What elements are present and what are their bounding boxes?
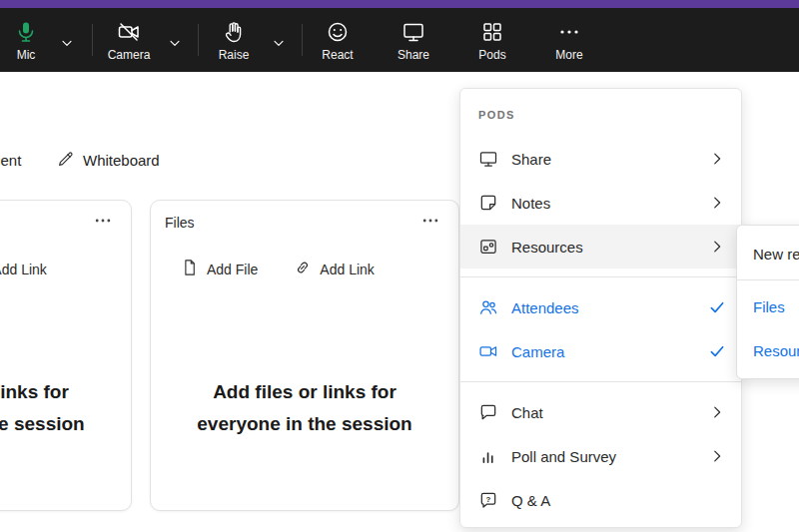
ellipsis-icon bbox=[93, 211, 113, 235]
react-smiley-icon bbox=[326, 20, 350, 44]
chevron-down-icon bbox=[59, 35, 75, 55]
camera-options-button[interactable] bbox=[162, 32, 188, 58]
camera-off-icon bbox=[117, 20, 141, 44]
svg-text:?: ? bbox=[486, 495, 491, 504]
poll-icon bbox=[478, 446, 498, 466]
menu-item-poll-and-survey[interactable]: Poll and Survey bbox=[460, 434, 741, 478]
share-screen-icon bbox=[478, 149, 498, 169]
resources-submenu: New resource Files Resources bbox=[736, 225, 799, 379]
share-screen-icon bbox=[401, 20, 425, 44]
menu-item-label: Q & A bbox=[511, 492, 550, 509]
menu-item-notes[interactable]: Notes bbox=[460, 181, 741, 225]
menu-divider bbox=[737, 279, 799, 280]
menu-divider bbox=[460, 381, 741, 382]
resources-icon bbox=[478, 237, 498, 257]
menu-item-label: Notes bbox=[511, 195, 550, 212]
pods-menu-header: PODS bbox=[460, 103, 741, 137]
camera-icon bbox=[478, 341, 498, 361]
menu-item-qa[interactable]: ? Q & A bbox=[460, 478, 741, 522]
pod-actions: Add File Add Link bbox=[0, 259, 47, 279]
pod-empty-state: Add files or links for everyone in the s… bbox=[151, 376, 458, 440]
more-button[interactable]: More bbox=[543, 20, 595, 62]
chevron-right-icon bbox=[707, 237, 727, 257]
mic-icon bbox=[14, 20, 38, 44]
link-icon bbox=[294, 259, 312, 279]
share-label: Share bbox=[398, 48, 429, 62]
menu-item-label: Camera bbox=[511, 343, 564, 360]
pen-icon bbox=[57, 150, 75, 171]
meeting-app-window: Mic Camera bbox=[0, 0, 799, 532]
menu-item-label: Chat bbox=[511, 404, 543, 421]
menu-item-attendees[interactable]: Attendees bbox=[460, 285, 741, 329]
mic-options-button[interactable] bbox=[54, 32, 80, 58]
chevron-down-icon bbox=[167, 35, 183, 55]
tab-document[interactable]: Document bbox=[0, 152, 21, 169]
add-file-button[interactable]: Add File bbox=[181, 259, 258, 279]
tab-whiteboard[interactable]: Whiteboard bbox=[57, 150, 160, 171]
share-button[interactable]: Share bbox=[388, 20, 439, 62]
react-button[interactable]: React bbox=[312, 20, 364, 62]
pod-empty-line1: Add files or links for bbox=[151, 376, 458, 408]
add-link-label: Add Link bbox=[0, 262, 47, 277]
chevron-right-icon bbox=[707, 402, 727, 422]
chevron-right-icon bbox=[707, 446, 727, 466]
tab-document-label: Document bbox=[0, 152, 21, 169]
chevron-right-icon bbox=[707, 193, 727, 213]
submenu-item-label: Files bbox=[753, 298, 785, 315]
pod-options-button[interactable] bbox=[91, 213, 115, 233]
pod-empty-line2: everyone in the session bbox=[0, 408, 131, 440]
checkmark-icon bbox=[707, 341, 727, 361]
menu-item-resources[interactable]: Resources bbox=[460, 225, 741, 268]
left-pod-card: Files Add File bbox=[0, 200, 132, 511]
attendees-icon bbox=[478, 297, 498, 317]
menu-item-label: Resources bbox=[511, 239, 583, 256]
camera-label: Camera bbox=[108, 48, 151, 62]
pods-grid-icon bbox=[480, 20, 504, 44]
add-file-label: Add File bbox=[207, 262, 258, 277]
camera-button[interactable]: Camera bbox=[100, 20, 158, 62]
add-link-button[interactable]: Add Link bbox=[0, 259, 47, 279]
top-purple-bar bbox=[0, 0, 799, 8]
submenu-item-label: New resource bbox=[753, 246, 799, 263]
raise-hand-button[interactable]: Raise bbox=[208, 20, 260, 62]
raise-hand-icon bbox=[222, 20, 246, 44]
toolbar-divider bbox=[92, 24, 93, 56]
pods-dropdown-menu: PODS Share Notes bbox=[459, 88, 742, 528]
menu-item-share[interactable]: Share bbox=[460, 137, 741, 181]
pods-button[interactable]: Pods bbox=[466, 20, 518, 62]
checkmark-icon bbox=[707, 297, 727, 317]
toolbar-divider bbox=[198, 24, 199, 56]
files-pod-card: Files Add File bbox=[150, 200, 459, 511]
menu-item-label: Attendees bbox=[511, 299, 579, 316]
submenu-item-resources[interactable]: Resources bbox=[737, 328, 799, 372]
mic-label: Mic bbox=[17, 48, 36, 62]
menu-item-chat[interactable]: Chat bbox=[460, 390, 741, 434]
pods-label: Pods bbox=[478, 48, 505, 62]
submenu-item-label: Resources bbox=[753, 342, 799, 359]
notes-icon bbox=[478, 193, 498, 213]
more-label: More bbox=[555, 48, 582, 62]
pod-options-button[interactable] bbox=[418, 213, 442, 233]
add-link-button[interactable]: Add Link bbox=[294, 259, 374, 279]
submenu-item-new-resource[interactable]: New resource bbox=[737, 232, 799, 275]
mic-button[interactable]: Mic bbox=[6, 20, 46, 62]
pod-actions: Add File Add Link bbox=[181, 259, 375, 279]
menu-divider bbox=[460, 276, 741, 277]
pod-title: Files bbox=[165, 215, 195, 231]
pod-empty-line2: everyone in the session bbox=[151, 408, 458, 440]
raise-label: Raise bbox=[219, 48, 250, 62]
ellipsis-icon bbox=[420, 211, 440, 235]
main-toolbar: Mic Camera bbox=[0, 8, 799, 72]
pod-empty-line1: Add files or links for bbox=[0, 376, 131, 408]
more-ellipsis-icon bbox=[557, 20, 581, 44]
react-label: React bbox=[322, 48, 353, 62]
tab-whiteboard-label: Whiteboard bbox=[83, 152, 160, 169]
add-link-label: Add Link bbox=[320, 262, 374, 277]
menu-item-camera[interactable]: Camera bbox=[460, 329, 741, 373]
file-icon bbox=[181, 259, 199, 279]
menu-item-label: Share bbox=[511, 151, 551, 168]
raise-options-button[interactable] bbox=[266, 32, 292, 58]
chevron-down-icon bbox=[271, 35, 287, 55]
submenu-item-files[interactable]: Files bbox=[737, 284, 799, 328]
menu-item-label: Poll and Survey bbox=[511, 448, 616, 465]
